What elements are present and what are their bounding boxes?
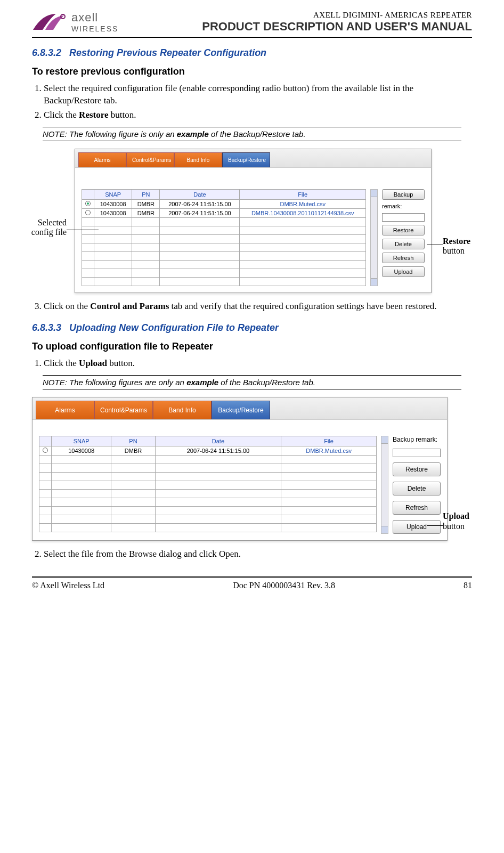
- remark-input[interactable]: [382, 213, 425, 222]
- radio-row-1[interactable]: [85, 201, 91, 206]
- section-number-2: 6.8.3.3: [32, 322, 61, 333]
- remark-input[interactable]: [393, 449, 441, 457]
- section-title-text: Restoring Previous Repeater Configuratio…: [69, 47, 266, 58]
- logo-sub: WIRELESS: [71, 25, 118, 33]
- col-file: File: [281, 436, 377, 446]
- col-pn: PN: [111, 436, 155, 446]
- logo-icon: [32, 11, 69, 33]
- backup-button[interactable]: Backup: [382, 189, 425, 200]
- tabbar: Alarms Control&Params Band Info Backup/R…: [75, 149, 431, 168]
- upload-button[interactable]: Upload: [393, 520, 441, 534]
- backup-remark-label: Backup remark:: [393, 436, 441, 443]
- table-row[interactable]: 10430008 DMBR 2007-06-24 11:51:15.00 DMB…: [82, 199, 366, 208]
- section-title-text-2: Uploading New Configuration File to Repe…: [69, 322, 279, 333]
- table-row[interactable]: 10430008 DMBR 2007-06-24 11:51:15.00 DMB…: [82, 208, 366, 217]
- table-row[interactable]: 10430008 DMBR 2007-06-24 11:51:15.00 DMB…: [39, 446, 377, 455]
- page-footer: © Axell Wireless Ltd Doc PN 4000003431 R…: [32, 576, 472, 590]
- footer-right: 81: [464, 581, 472, 590]
- steps-list-1b: Click on the Control and Params tab and …: [32, 300, 472, 313]
- col-snap: SNAP: [52, 436, 111, 446]
- scrollbar[interactable]: [370, 189, 378, 286]
- tab-band-info[interactable]: Band Info: [153, 401, 212, 419]
- section-heading-1: 6.8.3.2 Restoring Previous Repeater Conf…: [32, 47, 472, 59]
- section-heading-2: 6.8.3.3 Uploading New Configuration File…: [32, 322, 472, 334]
- steps-list-1: Select the required configuration file (…: [32, 83, 472, 121]
- figure-2-wrap: Uploadbutton Alarms Control&Params Band …: [32, 397, 472, 541]
- callout-restore: Restorebutton: [443, 237, 480, 256]
- restore-button[interactable]: Restore: [382, 225, 425, 235]
- section-number: 6.8.3.2: [32, 47, 61, 58]
- side-panel-2: Backup remark: Restore Delete Refresh Up…: [393, 436, 441, 534]
- restore-button[interactable]: Restore: [393, 462, 441, 476]
- refresh-button[interactable]: Refresh: [382, 253, 425, 263]
- steps-list-2b: Select the file from the Browse dialog a…: [32, 548, 472, 560]
- delete-button[interactable]: Delete: [382, 239, 425, 249]
- tab-band-info[interactable]: Band Info: [174, 152, 222, 167]
- col-date: Date: [155, 436, 281, 446]
- col-snap: SNAP: [94, 189, 132, 199]
- col-file: File: [240, 189, 366, 199]
- side-panel: Backup remark: Restore Delete Refresh Up…: [382, 189, 425, 277]
- logo-brand: axell: [71, 11, 118, 25]
- subsection-heading-2: To upload configuration file to Repeater: [32, 341, 472, 352]
- tab-alarms[interactable]: Alarms: [36, 401, 94, 419]
- refresh-button[interactable]: Refresh: [393, 501, 441, 515]
- steps-list-2: Click the Upload button.: [32, 358, 472, 370]
- step-3: Click on the Control and Params tab and …: [44, 300, 472, 313]
- note-2: NOTE: The following figures are only an …: [43, 375, 461, 389]
- tab-alarms[interactable]: Alarms: [78, 152, 126, 167]
- config-table-2: SNAP PN Date File 10430008 DMBR 2007-06-…: [39, 436, 377, 532]
- header-right: AXELL DIGIMINI- AMERICAS REPEATER PRODUC…: [202, 11, 472, 34]
- header-title: PRODUCT DESCRIPTION AND USER'S MANUAL: [202, 20, 472, 34]
- radio-row-2[interactable]: [85, 210, 91, 215]
- screenshot-2: Alarms Control&Params Band Info Backup/R…: [32, 397, 448, 541]
- subsection-heading: To restore previous configuration: [32, 66, 472, 77]
- tab-control-params[interactable]: Control&Params: [94, 401, 153, 419]
- col-pn: PN: [132, 189, 160, 199]
- footer-left: © Axell Wireless Ltd: [32, 581, 104, 590]
- document-header: axell WIRELESS AXELL DIGIMINI- AMERICAS …: [32, 11, 472, 38]
- radio-row-1[interactable]: [43, 448, 48, 453]
- step-2: Click the Restore button.: [44, 109, 472, 121]
- delete-button[interactable]: Delete: [393, 482, 441, 495]
- logo: axell WIRELESS: [32, 11, 118, 33]
- col-date: Date: [160, 189, 240, 199]
- tabbar-2: Alarms Control&Params Band Info Backup/R…: [32, 397, 447, 420]
- step-2-2: Select the file from the Browse dialog a…: [44, 548, 472, 560]
- note-1: NOTE: The following figure is only an ex…: [43, 127, 461, 141]
- footer-center: Doc PN 4000003431 Rev. 3.8: [233, 581, 335, 590]
- tab-control-params[interactable]: Control&Params: [126, 152, 174, 167]
- remark-label: remark:: [382, 203, 425, 210]
- callout-selected-config: Selected config file: [29, 218, 67, 238]
- upload-button[interactable]: Upload: [382, 266, 425, 277]
- step-1: Select the required configuration file (…: [44, 83, 472, 107]
- header-product: AXELL DIGIMINI- AMERICAS REPEATER: [202, 11, 472, 20]
- screenshot-1: Alarms Control&Params Band Info Backup/R…: [75, 149, 432, 293]
- callout-upload: Uploadbutton: [443, 511, 480, 531]
- tab-backup-restore[interactable]: Backup/Restore: [222, 152, 270, 167]
- figure-1-wrap: Selected config file Restorebutton Alarm…: [32, 149, 472, 293]
- scrollbar[interactable]: [381, 436, 388, 534]
- tab-backup-restore[interactable]: Backup/Restore: [212, 401, 270, 419]
- config-table: SNAP PN Date File 10430008 DMBR 2007-06-…: [82, 189, 366, 286]
- step-2-1: Click the Upload button.: [44, 358, 472, 370]
